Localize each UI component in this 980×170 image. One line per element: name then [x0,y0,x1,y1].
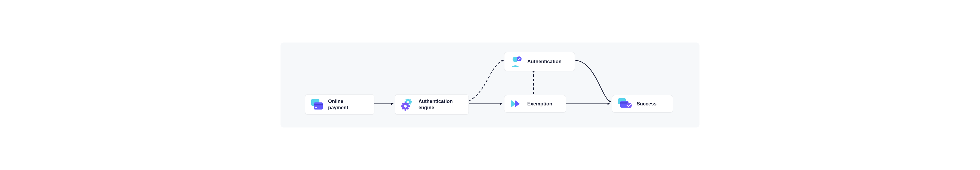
svg-point-9 [407,101,409,103]
flow-diagram: Online payment [280,43,700,127]
card-success-icon [618,98,632,109]
person-check-icon [511,56,522,67]
svg-rect-3 [315,107,317,108]
node-authentication: Authentication [504,52,575,71]
svg-rect-19 [620,103,628,104]
gears-icon [401,99,414,111]
svg-rect-2 [314,104,323,106]
node-label: Success [636,101,657,107]
node-exemption: Exemption [504,95,566,112]
edge-engine-to-authentication [469,60,504,101]
node-label: Authentication [527,59,562,65]
svg-point-15 [404,105,407,107]
node-label: Online payment [328,98,348,111]
svg-point-20 [626,103,632,108]
card-icon [311,99,323,110]
edge-authentication-to-success [575,60,611,102]
node-auth-engine: Authentication engine [395,94,469,115]
play-forward-icon [511,99,522,109]
node-label: Exemption [527,101,552,107]
arrow-layer [280,43,700,127]
svg-rect-1 [314,103,323,109]
node-online-payment: Online payment [305,94,374,115]
node-label: Authentication engine [418,98,453,111]
node-success: Success [612,95,673,112]
